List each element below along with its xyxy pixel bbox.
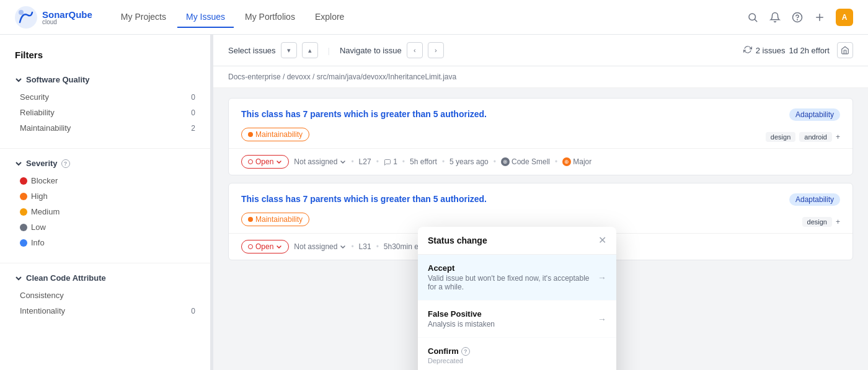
svg-point-2 [749, 14, 756, 20]
filter-reliability[interactable]: Reliability 0 [0, 105, 210, 120]
filter-intentionality[interactable]: Intentionality 0 [0, 303, 210, 319]
notification-icon[interactable] [769, 11, 781, 24]
logo[interactable]: SonarQube cloud [15, 6, 92, 29]
issue-1-open-button[interactable]: Open [241, 155, 289, 169]
open-chevron-icon [276, 159, 282, 165]
svg-point-0 [15, 6, 37, 29]
filter-high[interactable]: High [0, 188, 210, 204]
issue-1-assignee-button[interactable]: Not assigned [294, 157, 346, 166]
code-smell-icon-1: ⊗ [501, 157, 510, 166]
severity-help-icon[interactable]: ? [61, 159, 70, 168]
confirm-help-icon[interactable]: ? [461, 347, 470, 356]
major-icon-1: ⊕ [562, 157, 571, 166]
status-false-positive-name: False Positive [428, 309, 495, 319]
security-count: 0 [191, 93, 195, 102]
issue-2-tag-maintainability[interactable]: Maintainability [241, 213, 309, 226]
issue-2-tags: Maintainability design + [241, 212, 840, 227]
filter-consistency[interactable]: Consistency [0, 288, 210, 303]
footer-dot-1: • [351, 157, 353, 166]
software-quality-header[interactable]: Software Quality [0, 70, 210, 89]
status-popup-title: Status change [428, 236, 487, 245]
refresh-icon [743, 45, 752, 56]
issue-1-adaptability: Adaptability [789, 108, 840, 121]
avatar[interactable]: A [836, 9, 853, 26]
status-confirm-name: Confirm ? [428, 346, 470, 356]
filter-info[interactable]: Info [0, 235, 210, 250]
info-label: Info [20, 238, 45, 247]
severity-label: Severity [26, 159, 58, 168]
issue-1-title: This class has 7 parents which is greate… [241, 108, 487, 121]
medium-label: Medium [20, 207, 60, 216]
nav-my-portfolios[interactable]: My Portfolios [236, 7, 304, 28]
clean-code-label: Clean Code Attribute [26, 273, 106, 283]
issue-card-2-body: This class has 7 parents which is greate… [229, 183, 852, 227]
nav-my-issues[interactable]: My Issues [177, 7, 234, 28]
issue-2-title: This class has 7 parents which is greate… [241, 193, 487, 206]
issue-1-line: L27 [359, 157, 371, 166]
filter-low[interactable]: Low [0, 219, 210, 235]
navigate-prev-button[interactable]: ‹ [407, 42, 423, 58]
consistency-label: Consistency [20, 291, 64, 300]
issue-card-1-body: This class has 7 parents which is greate… [229, 99, 852, 142]
blocker-severity-icon [20, 177, 27, 185]
reliability-count: 0 [191, 108, 195, 117]
sonarqube-logo-icon [15, 6, 37, 29]
add-icon[interactable] [813, 11, 826, 24]
filter-security[interactable]: Security 0 [0, 89, 210, 105]
select-down-button[interactable]: ▾ [281, 42, 297, 58]
filter-maintainability[interactable]: Maintainability 2 [0, 120, 210, 136]
issue-1-tag-maintainability[interactable]: Maintainability [241, 128, 309, 141]
status-false-positive-option[interactable]: False Positive Analysis is mistaken → [418, 301, 616, 338]
filter-medium[interactable]: Medium [0, 204, 210, 219]
severity-section: Severity ? Blocker High Medium [0, 154, 210, 258]
issue-1-effort: 5h effort [410, 157, 437, 166]
select-up-button[interactable]: ▴ [302, 42, 318, 58]
clean-code-header[interactable]: Clean Code Attribute [0, 268, 210, 288]
navigate-next-button[interactable]: › [428, 42, 444, 58]
issue-1-add-tag[interactable]: + [836, 133, 840, 141]
issue-1-android-tag: android [799, 132, 832, 142]
main-layout: Filters Software Quality Security 0 Reli… [0, 35, 868, 370]
severity-header[interactable]: Severity ? [0, 154, 210, 173]
issue-1-design-tag: design [766, 132, 795, 142]
nav-my-projects[interactable]: My Projects [112, 7, 175, 28]
filter-blocker[interactable]: Blocker [0, 173, 210, 188]
issues-count: 2 issues [756, 46, 786, 55]
svg-point-4 [797, 19, 798, 20]
maintainability-label: Maintainability [20, 123, 71, 133]
maintainability-dot-icon-2 [248, 217, 253, 222]
status-confirm-option[interactable]: Confirm ? Deprecated [418, 338, 616, 370]
issue-2-assignee-button[interactable]: Not assigned [294, 242, 346, 251]
logo-text: SonarQube [42, 9, 92, 20]
high-label: High [20, 192, 48, 201]
open-status-dot-icon-2 [248, 244, 253, 249]
status-false-positive-info: False Positive Analysis is mistaken [428, 309, 495, 328]
search-icon[interactable] [746, 11, 759, 24]
issue-1-tags: Maintainability design android + [241, 127, 840, 142]
intentionality-label: Intentionality [20, 306, 65, 315]
security-label: Security [20, 92, 49, 102]
status-false-positive-desc: Analysis is mistaken [428, 320, 495, 328]
issue-2-open-button[interactable]: Open [241, 240, 289, 253]
open-status-dot-icon [248, 159, 253, 164]
navigation: SonarQube cloud My Projects My Issues My… [0, 0, 868, 35]
maintainability-count: 2 [191, 124, 195, 133]
status-change-popup: Status change ✕ Accept Valid issue but w… [418, 227, 616, 370]
nav-links: My Projects My Issues My Portfolios Expl… [112, 7, 746, 28]
nav-explore[interactable]: Explore [306, 7, 353, 28]
effort-text: 1d 2h effort [789, 46, 830, 55]
issue-1-meta-tags: design android + [766, 132, 840, 142]
status-popup-close-button[interactable]: ✕ [598, 236, 606, 245]
assignee-chevron-icon-2 [340, 244, 346, 250]
nav-actions: A [746, 9, 853, 26]
open-chevron-icon-2 [276, 244, 282, 250]
select-issues-label: Select issues [228, 46, 276, 55]
issue-1-comments: 1 [384, 157, 397, 166]
issue-2-add-tag[interactable]: + [836, 218, 840, 226]
issue-2-adaptability: Adaptability [789, 193, 840, 206]
help-icon[interactable] [791, 11, 804, 24]
home-button[interactable] [837, 42, 853, 58]
status-accept-info: Accept Valid issue but won't be fixed no… [428, 263, 598, 291]
status-accept-option[interactable]: Accept Valid issue but won't be fixed no… [418, 255, 616, 301]
issue-1-time: 5 years ago [450, 157, 489, 166]
